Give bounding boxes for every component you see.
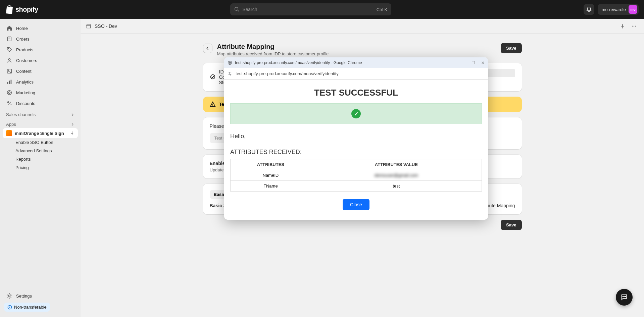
maximize-button[interactable]: ☐ <box>472 60 475 65</box>
globe-icon <box>228 60 232 65</box>
shopify-bag-icon <box>5 5 13 14</box>
svg-point-25 <box>210 75 215 79</box>
brand-text: shopify <box>15 6 38 13</box>
page-header: Attribute Mapping Map attributes receive… <box>203 43 522 56</box>
svg-point-23 <box>634 25 634 26</box>
svg-point-24 <box>635 25 636 26</box>
page-bar-title: SSO - Dev <box>95 23 614 29</box>
app-label: miniOrange Single Sign <box>15 131 64 136</box>
hello-text: Hello, <box>230 133 482 140</box>
minimize-button[interactable]: — <box>461 60 465 65</box>
sidebar-item-analytics[interactable]: Analytics <box>3 76 78 87</box>
notifications-button[interactable] <box>584 4 594 15</box>
popup-url: test-shopify-pre-prod.xecurify.com/moas/… <box>236 71 339 76</box>
non-transferable-badge[interactable]: Non-transferable <box>4 303 50 312</box>
search-shortcut: Ctrl K <box>377 7 388 12</box>
sidebar: Home Orders Products Customers Content A… <box>0 19 81 317</box>
bell-icon <box>586 6 592 12</box>
svg-point-6 <box>8 59 10 60</box>
home-icon <box>6 25 13 32</box>
customers-icon <box>6 57 13 64</box>
chevron-right-icon <box>70 122 75 126</box>
sidebar-item-label: Orders <box>16 37 30 42</box>
sidebar-item-products[interactable]: Products <box>3 44 78 55</box>
chevron-right-icon <box>70 113 75 117</box>
svg-point-0 <box>235 7 238 11</box>
svg-point-32 <box>230 74 231 75</box>
svg-point-17 <box>8 295 10 297</box>
chat-button[interactable] <box>616 289 633 306</box>
svg-point-13 <box>8 92 10 93</box>
pin-icon <box>620 23 625 29</box>
more-button[interactable] <box>629 21 639 31</box>
warning-icon <box>210 101 216 107</box>
save-button-bottom[interactable]: Save <box>501 220 522 230</box>
chat-icon <box>621 294 628 301</box>
pin-button[interactable] <box>618 21 627 31</box>
attributes-received-title: ATTRIBUTES RECEIVED: <box>230 149 482 156</box>
content-icon <box>6 68 13 74</box>
svg-rect-9 <box>7 82 8 84</box>
apps-section[interactable]: Apps <box>3 118 78 128</box>
save-button[interactable]: Save <box>501 43 522 53</box>
back-button[interactable] <box>203 44 212 53</box>
sidebar-sub-enable-sso[interactable]: Enable SSO Button <box>3 138 78 147</box>
user-menu[interactable]: mo-rewardle mo <box>598 4 639 15</box>
sidebar-item-label: Products <box>16 47 33 52</box>
page-title: Attribute Mapping <box>217 43 496 51</box>
footer-save-row: Save <box>203 220 522 230</box>
svg-point-33 <box>623 296 623 297</box>
svg-point-5 <box>8 48 9 49</box>
page-bar: SSO - Dev <box>81 19 644 34</box>
sidebar-item-label: Marketing <box>16 90 35 95</box>
attr-name: FName <box>231 181 311 192</box>
sidebar-sub-pricing[interactable]: Pricing <box>3 163 78 172</box>
close-window-button[interactable]: ✕ <box>481 60 485 65</box>
shopify-logo[interactable]: shopify <box>5 5 38 14</box>
sidebar-item-customers[interactable]: Customers <box>3 55 78 66</box>
marketing-icon <box>6 89 13 96</box>
table-header-val: ATTRIBUTES VALUE <box>311 159 482 170</box>
sidebar-item-orders[interactable]: Orders <box>3 34 78 44</box>
search-input[interactable]: Search Ctrl K <box>230 3 391 15</box>
sidebar-sub-advanced[interactable]: Advanced Settings <box>3 147 78 155</box>
popup-body: TEST SUCCESSFUL ✓ Hello, ATTRIBUTES RECE… <box>224 80 488 220</box>
pin-icon <box>70 131 75 136</box>
sidebar-sub-reports[interactable]: Reports <box>3 155 78 163</box>
svg-point-12 <box>7 91 12 95</box>
svg-line-16 <box>8 102 11 105</box>
dots-icon <box>631 23 637 29</box>
sidebar-item-discounts[interactable]: Discounts <box>3 98 78 109</box>
search-container: Search Ctrl K <box>44 3 578 15</box>
sidebar-item-home[interactable]: Home <box>3 23 78 34</box>
svg-rect-10 <box>9 81 10 84</box>
sidebar-app-miniorange[interactable]: miniOrange Single Sign <box>3 128 78 138</box>
table-row: NameID demouser@gmail.com <box>231 170 482 181</box>
store-icon <box>86 23 91 29</box>
sidebar-item-label: Discounts <box>16 101 35 106</box>
products-icon <box>6 46 13 53</box>
svg-point-27 <box>212 106 213 106</box>
popup-chrome-title: test-shopify-pre-prod.xecurify.com/moas/… <box>235 60 362 65</box>
svg-point-31 <box>229 72 230 73</box>
svg-point-14 <box>8 102 9 103</box>
search-placeholder: Search <box>242 7 374 12</box>
sidebar-item-settings[interactable]: Settings <box>3 290 78 301</box>
sidebar-item-label: Settings <box>16 294 32 299</box>
svg-rect-21 <box>87 25 90 28</box>
attributes-table: ATTRIBUTES ATTRIBUTES VALUE NameID demou… <box>230 159 482 192</box>
page-subtitle: Map attributes received from IDP to stor… <box>217 51 496 56</box>
skeleton-bar <box>485 69 515 77</box>
sidebar-item-label: Customers <box>16 58 37 63</box>
sidebar-item-marketing[interactable]: Marketing <box>3 87 78 98</box>
sidebar-item-content[interactable]: Content <box>3 66 78 76</box>
sales-channels-section[interactable]: Sales channels <box>3 109 78 118</box>
svg-point-35 <box>625 296 626 297</box>
close-button[interactable]: Close <box>343 199 369 210</box>
sidebar-item-label: Home <box>16 26 28 31</box>
miniorange-logo-icon <box>6 130 12 136</box>
topbar: shopify Search Ctrl K mo-rewardle mo <box>0 0 644 19</box>
test-result-popup: test-shopify-pre-prod.xecurify.com/moas/… <box>224 57 488 220</box>
info-icon <box>7 305 12 310</box>
analytics-icon <box>6 78 13 85</box>
